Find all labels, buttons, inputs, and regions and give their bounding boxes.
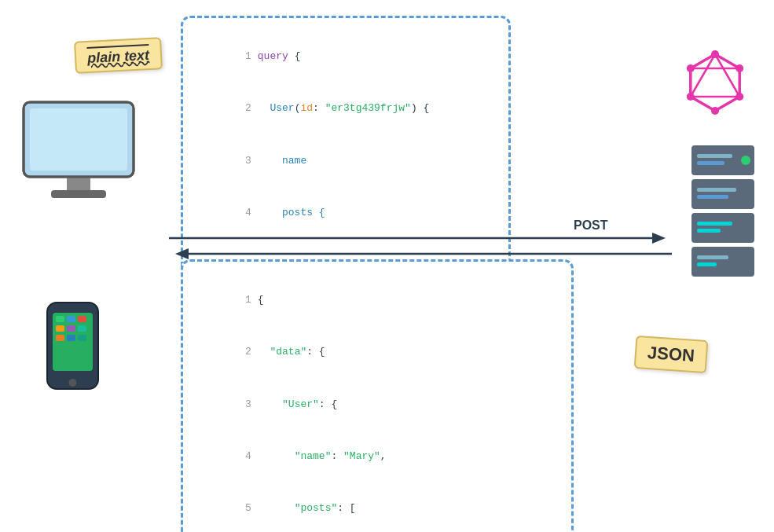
- query-line-1: 1query {: [199, 31, 493, 83]
- svg-point-29: [741, 156, 750, 165]
- svg-rect-1: [30, 108, 127, 171]
- svg-rect-7: [56, 316, 64, 322]
- svg-rect-12: [78, 325, 86, 332]
- diagram-container: plain text: [0, 0, 774, 532]
- svg-point-23: [735, 64, 743, 72]
- svg-rect-40: [697, 262, 717, 266]
- svg-rect-35: [691, 213, 754, 243]
- svg-rect-14: [67, 335, 75, 341]
- server-icon: [688, 141, 758, 299]
- svg-rect-33: [697, 188, 736, 192]
- post-label: POST: [574, 218, 608, 233]
- svg-rect-32: [691, 179, 754, 209]
- resp-line-1: 1{: [199, 274, 556, 326]
- resp-line-2: 2 "data": {: [199, 326, 556, 378]
- response-code-box: 1{ 2 "data": { 3 "User": { 4 "name": "Ma…: [181, 259, 574, 532]
- svg-rect-39: [697, 255, 728, 259]
- svg-rect-30: [697, 154, 732, 158]
- svg-rect-38: [691, 247, 754, 277]
- json-label: JSON: [647, 343, 695, 365]
- svg-rect-36: [697, 222, 732, 226]
- svg-point-16: [69, 379, 77, 387]
- svg-rect-11: [67, 325, 75, 332]
- svg-rect-15: [78, 335, 86, 341]
- svg-rect-37: [697, 229, 721, 233]
- plain-text-tag: plain text: [74, 37, 163, 74]
- query-line-2: 2 User(id: "er3tg439frjw") {: [199, 83, 493, 134]
- phone-icon: [43, 299, 102, 397]
- svg-point-27: [687, 64, 695, 72]
- resp-line-3: 3 "User": {: [199, 379, 556, 431]
- svg-rect-3: [51, 190, 106, 198]
- svg-rect-9: [78, 316, 86, 322]
- resp-line-4: 4 "name": "Mary",: [199, 431, 556, 482]
- json-tag: JSON: [634, 336, 709, 373]
- svg-point-24: [735, 93, 743, 101]
- monitor-icon: [16, 94, 141, 212]
- graphql-logo-icon: [680, 47, 750, 118]
- svg-point-22: [711, 50, 719, 58]
- svg-rect-10: [56, 325, 64, 332]
- svg-rect-34: [697, 195, 728, 199]
- svg-marker-42: [652, 233, 666, 244]
- svg-point-25: [711, 107, 719, 115]
- svg-point-26: [687, 93, 695, 101]
- svg-rect-31: [697, 161, 724, 165]
- svg-rect-13: [56, 335, 64, 341]
- plain-text-label: plain text: [87, 47, 150, 66]
- svg-marker-44: [175, 248, 189, 259]
- query-line-3: 3 name: [199, 135, 493, 187]
- svg-rect-8: [67, 316, 75, 322]
- resp-line-5: 5 "posts": [: [199, 482, 556, 532]
